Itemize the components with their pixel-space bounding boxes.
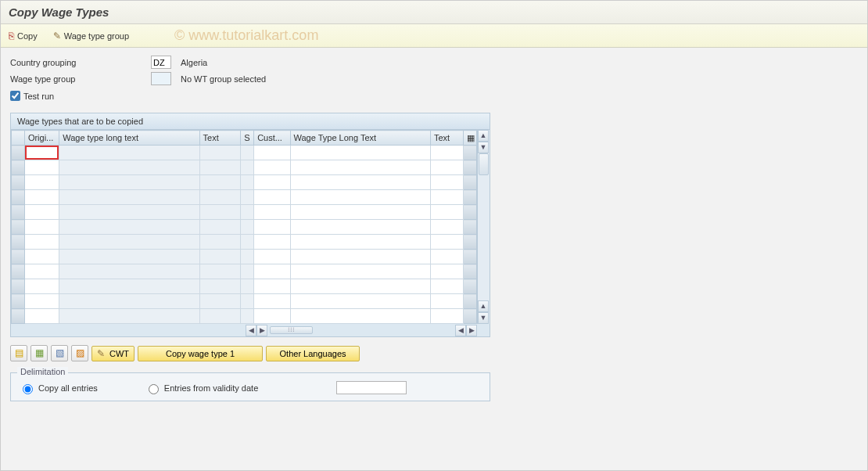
- cell-long2[interactable]: [291, 235, 430, 249]
- cell-text2[interactable]: [431, 264, 463, 279]
- row-selector[interactable]: [12, 160, 25, 175]
- cell-text2[interactable]: [431, 175, 463, 189]
- col-cust[interactable]: Cust...: [254, 131, 290, 146]
- horizontal-scrollbar-left[interactable]: ◀ ▶ ⁝⁝⁝: [246, 324, 315, 336]
- cell-text1[interactable]: [200, 205, 241, 219]
- cell-s[interactable]: [241, 160, 253, 174]
- cell-text1[interactable]: [200, 190, 241, 204]
- table-row[interactable]: [12, 309, 477, 324]
- cell-text2[interactable]: [431, 309, 463, 323]
- scroll-right2-icon[interactable]: ▶: [466, 325, 477, 336]
- scroll-down2-icon[interactable]: ▼: [478, 312, 489, 324]
- horizontal-scrollbar-right[interactable]: ◀ ▶: [455, 324, 477, 336]
- cell-s[interactable]: [241, 205, 253, 219]
- cell-origi[interactable]: [25, 250, 59, 264]
- cwt-button[interactable]: CWT: [91, 346, 135, 361]
- copy-wage-type-1-button[interactable]: Copy wage type 1: [138, 346, 263, 361]
- cell-text1[interactable]: [200, 160, 241, 174]
- scroll-left2-icon[interactable]: ◀: [455, 325, 466, 336]
- cell-text1[interactable]: [200, 235, 241, 249]
- delete-button[interactable]: ▨: [71, 345, 88, 361]
- cell-text2[interactable]: [431, 250, 463, 264]
- cell-s[interactable]: [241, 190, 253, 204]
- cell-origi[interactable]: [25, 146, 59, 160]
- cell-cust[interactable]: [254, 235, 289, 249]
- cell-cust[interactable]: [254, 160, 289, 174]
- cell-cust[interactable]: [254, 175, 289, 189]
- cell-long2[interactable]: [291, 146, 430, 160]
- entries-from-date-input[interactable]: [149, 384, 159, 394]
- cell-long2[interactable]: [291, 309, 430, 323]
- copy-all-entries-radio[interactable]: Copy all entries: [19, 382, 98, 394]
- cell-cust[interactable]: [254, 190, 289, 204]
- table-row[interactable]: [12, 175, 477, 190]
- cell-s[interactable]: [241, 220, 253, 234]
- cell-s[interactable]: [241, 294, 253, 308]
- cell-cust[interactable]: [254, 250, 289, 264]
- table-row[interactable]: [12, 220, 477, 235]
- cell-long2[interactable]: [291, 190, 430, 204]
- col-text2[interactable]: Text: [430, 131, 463, 146]
- other-languages-button[interactable]: Other Languages: [266, 346, 360, 361]
- row-selector[interactable]: [12, 264, 25, 279]
- col-long2[interactable]: Wage Type Long Text: [290, 131, 430, 146]
- col-text1[interactable]: Text: [199, 131, 241, 146]
- table-row[interactable]: [12, 250, 477, 264]
- deselect-all-button[interactable]: ▦: [30, 345, 48, 361]
- table-row[interactable]: [12, 205, 477, 220]
- scroll-track[interactable]: [478, 153, 490, 300]
- table-row[interactable]: [12, 160, 477, 175]
- row-selector[interactable]: [12, 205, 25, 220]
- scroll-up2-icon[interactable]: ▲: [478, 300, 489, 312]
- cell-cust[interactable]: [254, 146, 289, 160]
- cell-text2[interactable]: [431, 190, 463, 204]
- cell-long2[interactable]: [291, 279, 430, 293]
- table-row[interactable]: [12, 279, 477, 294]
- cell-text2[interactable]: [431, 279, 463, 293]
- cell-origi[interactable]: [25, 175, 59, 189]
- table-row[interactable]: [12, 190, 477, 205]
- scroll-thumb[interactable]: [479, 153, 489, 175]
- row-selector-header[interactable]: [12, 131, 25, 146]
- table-row[interactable]: [12, 235, 477, 250]
- cell-text2[interactable]: [431, 235, 463, 249]
- country-grouping-input[interactable]: [151, 56, 171, 69]
- row-selector[interactable]: [12, 279, 25, 294]
- cell-cust[interactable]: [254, 205, 289, 219]
- cell-long1[interactable]: [59, 294, 199, 308]
- row-selector[interactable]: [12, 294, 25, 309]
- cell-text1[interactable]: [200, 294, 241, 308]
- cell-origi[interactable]: [25, 235, 59, 249]
- cell-long1[interactable]: [59, 309, 199, 323]
- scroll-left-icon[interactable]: ◀: [246, 325, 256, 336]
- cell-long1[interactable]: [59, 220, 199, 234]
- row-selector[interactable]: [12, 235, 25, 250]
- cell-text2[interactable]: [431, 146, 463, 160]
- new-entries-button[interactable]: ▧: [51, 345, 68, 361]
- cell-origi[interactable]: [25, 264, 59, 279]
- copy-button[interactable]: Copy: [7, 30, 39, 42]
- copy-all-entries-input[interactable]: [23, 384, 33, 394]
- cell-cust[interactable]: [254, 220, 289, 234]
- cell-long2[interactable]: [291, 160, 430, 174]
- cell-text1[interactable]: [200, 309, 241, 323]
- cell-long2[interactable]: [291, 250, 430, 264]
- row-selector[interactable]: [12, 250, 25, 264]
- table-row[interactable]: [12, 294, 477, 309]
- cell-long1[interactable]: [59, 250, 199, 264]
- cell-text1[interactable]: [200, 220, 241, 234]
- col-s[interactable]: S: [241, 131, 254, 146]
- entries-from-date-radio[interactable]: Entries from validity date: [145, 382, 258, 394]
- cell-s[interactable]: [241, 264, 253, 279]
- cell-long2[interactable]: [291, 205, 430, 219]
- cell-s[interactable]: [241, 250, 253, 264]
- cell-s[interactable]: [241, 175, 253, 189]
- cell-cust[interactable]: [254, 294, 289, 308]
- cell-text1[interactable]: [200, 175, 241, 189]
- table-row[interactable]: [12, 264, 477, 279]
- cell-text2[interactable]: [431, 160, 463, 174]
- validity-date-input[interactable]: [336, 381, 407, 394]
- scroll-right-icon[interactable]: ▶: [256, 325, 267, 336]
- wage-type-group-button[interactable]: Wage type group: [52, 30, 131, 42]
- row-selector[interactable]: [12, 309, 25, 324]
